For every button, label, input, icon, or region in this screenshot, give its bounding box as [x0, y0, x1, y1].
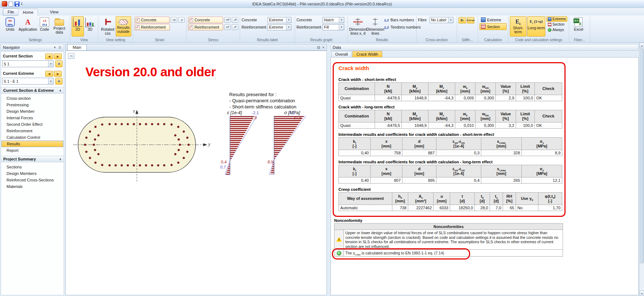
column-header: Mz[kNm]: [428, 110, 455, 123]
fibre-select[interactable]: No Label ▾: [430, 17, 453, 23]
nav-item-design-members[interactable]: Design Members: [1, 170, 63, 177]
long-term-button[interactable]: Ec (1+φ) Long-term: [527, 16, 545, 37]
autohide-icon[interactable]: ⊟: [317, 46, 320, 50]
stress-minus-p-button[interactable]: -P: [232, 17, 238, 23]
excel-export-button[interactable]: Excel: [571, 16, 587, 37]
tab-overall[interactable]: Overall: [331, 51, 352, 57]
current-extreme-select[interactable]: S 1 - E 1 ▾: [2, 78, 54, 85]
stiffness-ec-phi-button[interactable]: Ec(1+φ): [467, 17, 474, 23]
app-icon[interactable]: [2, 1, 7, 7]
reinforcement-label-select[interactable]: Extreme ▾: [268, 24, 291, 30]
nav-item-calculation-control[interactable]: Calculation Control: [1, 134, 63, 141]
nav-item-internal-forces[interactable]: Internal Forces: [1, 115, 63, 121]
ribbon-group-stiffness: Ec Ec(1+φ) Stiffn...: [457, 16, 478, 42]
column-header: kt[-]: [339, 138, 371, 150]
strain-minus-z-button[interactable]: -z: [178, 17, 185, 23]
next-section-button[interactable]: ▶: [54, 53, 62, 59]
cell: The sr,max is calculated accroding to EN…: [344, 250, 563, 257]
previous-extreme-button[interactable]: ◀: [45, 71, 53, 77]
code-extreme-button[interactable]: Extreme: [546, 16, 567, 22]
project-summary-group-header[interactable]: Project Summary ∧: [1, 156, 64, 162]
strain-reinforcement-toggle[interactable]: ✓ Reinforcement: [135, 24, 170, 30]
column-header: wlim[mm]: [475, 83, 496, 95]
data-scrollbar[interactable]: ▲ ▼: [639, 43, 644, 296]
dimension-lines-xd-button[interactable]: Dimension lines x, d: [349, 16, 367, 37]
previous-section-button[interactable]: ◀: [45, 53, 53, 59]
drawing-area[interactable]: ↗↙ Version 20.0 and older z y Results pr…: [65, 51, 327, 295]
stress-plus-p-button[interactable]: +P: [224, 17, 231, 23]
code-icon: [40, 17, 49, 27]
section-title-creep: Creep coefficient: [338, 187, 371, 192]
view-3d-button[interactable]: 3D: [84, 16, 96, 37]
column-header: kt[-]: [339, 165, 371, 177]
results-outside-button[interactable]: Results outside: [116, 16, 132, 37]
column-header: Ac[mm²]: [408, 193, 434, 205]
ribbon-group-stress: ✓ Concrete +P -P ✓ Reinforcement +F -F S…: [187, 16, 240, 42]
collapse-icon[interactable]: ▾: [53, 46, 57, 49]
nav-item-second-order-effect[interactable]: Second Order Effect: [1, 121, 63, 128]
scroll-down-icon[interactable]: ▼: [640, 291, 644, 296]
bars-numbers-toggle[interactable]: 1,2 Bars numbers: [384, 16, 421, 23]
column-header: Check: [535, 110, 562, 123]
short-term-button[interactable]: Ec Short-term: [510, 16, 526, 37]
code-always-button[interactable]: Always: [546, 27, 567, 33]
close-icon[interactable]: ×: [322, 46, 324, 50]
concrete-label-select[interactable]: Extreme ▾: [268, 17, 291, 23]
rotated-css-button[interactable]: Rotated css: [100, 16, 116, 37]
ribbon-group-code-settings: Ec Short-term Ec (1+φ) Long-term Extreme…: [508, 16, 569, 42]
view-2d-button[interactable]: 2D: [72, 16, 84, 37]
save-icon[interactable]: [14, 1, 20, 7]
section-extreme-group-header[interactable]: Current Section & Extreme ∧: [1, 87, 64, 94]
calculation-section-button[interactable]: Section: [479, 23, 507, 30]
column-header: t0[d]: [475, 193, 490, 205]
always-icon: [548, 28, 551, 32]
reinforcement-graph-select[interactable]: Fill ▾: [323, 24, 344, 30]
concrete-graph-select[interactable]: Hatch ▾: [323, 17, 344, 23]
tab-crack-width[interactable]: Crack Width: [353, 51, 382, 57]
dimension-lines-button[interactable]: Dimension lines: [367, 16, 384, 37]
stress-concrete-toggle[interactable]: ✓ Concrete: [188, 17, 223, 23]
nav-item-materials[interactable]: Materials: [1, 183, 63, 190]
nav-item-sections[interactable]: Sections: [1, 164, 63, 170]
nav-item-report[interactable]: Report: [1, 147, 63, 154]
application-button[interactable]: Application: [18, 16, 38, 37]
code-section-button[interactable]: Section: [546, 22, 567, 27]
add-extreme-button[interactable]: +: [55, 78, 63, 85]
next-extreme-button[interactable]: ▶: [54, 71, 62, 77]
scroll-up-icon[interactable]: ▲: [640, 43, 644, 48]
stress-reinforcement-toggle[interactable]: ✓ Reinforcement: [188, 24, 223, 30]
group-label: Stiffn...: [457, 38, 478, 42]
stress-plus-f-button[interactable]: +F: [224, 24, 231, 30]
scroll-thumb[interactable]: [640, 48, 644, 263]
new-document-icon[interactable]: [9, 1, 13, 7]
add-section-button[interactable]: +: [55, 60, 63, 67]
current-section-select[interactable]: S 1 ▾: [2, 60, 54, 67]
tendons-numbers-toggle[interactable]: 1,2 Tendons numbers: [384, 23, 421, 31]
tab-file[interactable]: File: [3, 8, 19, 16]
pin-icon[interactable]: ⊡: [58, 46, 62, 49]
nav-item-design-member[interactable]: Design Member: [1, 108, 63, 115]
units-button[interactable]: Units: [2, 16, 18, 37]
fit-view-button[interactable]: ↗↙: [68, 53, 74, 59]
stress-minus-f-button[interactable]: -F: [232, 24, 238, 30]
nav-item-reinforced-cross-sections[interactable]: Reinforced Cross-Sections: [1, 177, 63, 183]
nav-item-prestressing[interactable]: Prestressing: [1, 102, 63, 108]
qat-dropdown-icon[interactable]: ▾: [21, 2, 22, 6]
calculation-extreme-button[interactable]: Extreme: [479, 16, 507, 23]
strain-diagram-label: ε [1e-4]: [227, 110, 242, 115]
nav-item-reinforcement[interactable]: Reinforcement: [1, 128, 63, 134]
nav-item-cross-section[interactable]: Cross-section: [1, 95, 63, 102]
tab-home[interactable]: Home: [18, 9, 38, 16]
tab-main[interactable]: Main: [67, 44, 87, 50]
nav-item-results[interactable]: Results: [1, 141, 63, 147]
column-header: Value[%]: [496, 83, 516, 95]
code-button[interactable]: Code: [38, 16, 51, 37]
strain-plus-z-button[interactable]: +z: [171, 17, 177, 23]
results-outside-icon: [119, 20, 128, 25]
stiffness-ec-button[interactable]: Ec: [459, 17, 466, 23]
tab-view[interactable]: View: [46, 9, 63, 16]
ribbon-group-settings: Units Application Code Project data Sett…: [1, 16, 70, 42]
project-data-button[interactable]: Project data: [51, 16, 67, 37]
navigator-header: Navigator ▾ ⊡: [1, 44, 64, 51]
strain-concrete-toggle[interactable]: ✓ Concrete: [135, 17, 170, 23]
